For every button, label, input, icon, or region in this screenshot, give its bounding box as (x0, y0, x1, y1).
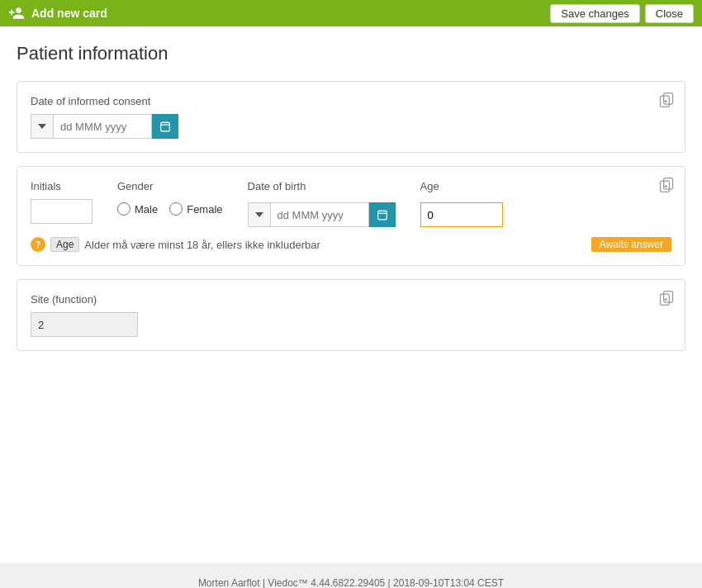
dob-group: Date of birth (248, 180, 396, 227)
site-card: Site (function) (17, 279, 685, 351)
site-card-add-button[interactable] (657, 288, 676, 308)
header-title-area: Add new card (8, 5, 107, 21)
footer: Morten Aarflot | Viedoc™ 4.44.6822.29405… (0, 563, 702, 588)
question-icon: ? (31, 237, 45, 252)
age-group: Age (420, 180, 503, 227)
copy-add-icon (658, 92, 675, 108)
footer-line1: Morten Aarflot | Viedoc™ 4.44.6822.29405… (0, 575, 702, 588)
app-header: Add new card Save changes Close (0, 0, 702, 26)
site-label: Site (function) (31, 293, 671, 306)
consent-date-label: Date of informed consent (31, 95, 671, 107)
copy-add-icon-3 (658, 290, 675, 306)
consent-calendar-button[interactable] (152, 114, 178, 139)
awaits-answer-badge: Awaits answer (591, 237, 671, 252)
gender-group: Gender Male Female (117, 180, 223, 216)
female-radio-label[interactable]: Female (169, 202, 222, 216)
svg-rect-0 (664, 93, 673, 104)
copy-add-icon-2 (658, 177, 675, 193)
consent-card-add-button[interactable] (657, 90, 676, 110)
consent-card: Date of informed consent (17, 81, 685, 153)
dob-chevron-down-icon (255, 211, 263, 219)
save-changes-button[interactable]: Save changes (550, 4, 639, 23)
close-button[interactable]: Close (645, 4, 694, 23)
main-content: Patient information Date of informed con… (0, 26, 702, 563)
dob-input[interactable] (270, 202, 369, 227)
site-input[interactable] (31, 312, 138, 337)
age-label: Age (420, 180, 503, 192)
chevron-down-icon (38, 122, 46, 130)
svg-marker-13 (255, 212, 263, 217)
consent-date-row (31, 114, 671, 139)
female-radio[interactable] (169, 202, 183, 216)
male-radio[interactable] (117, 202, 130, 216)
calendar-icon (159, 121, 171, 132)
alert-text: Alder må være minst 18 år, ellers ikke i… (84, 239, 586, 251)
dob-label: Date of birth (248, 180, 396, 192)
svg-rect-5 (161, 122, 170, 131)
patient-card: Initials Gender Male Female (17, 166, 685, 266)
header-actions: Save changes Close (550, 4, 694, 23)
gender-options: Male Female (117, 202, 223, 216)
female-label: Female (187, 203, 222, 216)
header-title: Add new card (31, 7, 107, 20)
male-label: Male (135, 203, 158, 216)
patient-card-add-button[interactable] (657, 175, 676, 195)
svg-rect-18 (664, 292, 673, 302)
male-radio-label[interactable]: Male (117, 202, 158, 216)
dob-calendar-icon (377, 209, 388, 220)
date-dropdown-button[interactable] (31, 114, 53, 139)
age-input[interactable] (420, 202, 503, 227)
gender-label: Gender (117, 180, 223, 192)
page-title: Patient information (17, 43, 685, 64)
initials-input[interactable] (31, 199, 92, 224)
alert-row: ? Age Alder må være minst 18 år, ellers … (31, 237, 671, 252)
dob-dropdown-button[interactable] (248, 202, 270, 227)
user-add-icon (8, 5, 25, 21)
consent-date-input[interactable] (53, 114, 152, 139)
svg-marker-4 (38, 124, 46, 129)
svg-rect-9 (664, 178, 673, 189)
initials-group: Initials (31, 180, 92, 224)
dob-row (248, 202, 396, 227)
svg-rect-14 (377, 211, 387, 220)
age-badge: Age (50, 237, 79, 252)
dob-calendar-button[interactable] (369, 202, 396, 227)
initials-label: Initials (31, 180, 92, 192)
patient-fields-row: Initials Gender Male Female (31, 180, 671, 227)
